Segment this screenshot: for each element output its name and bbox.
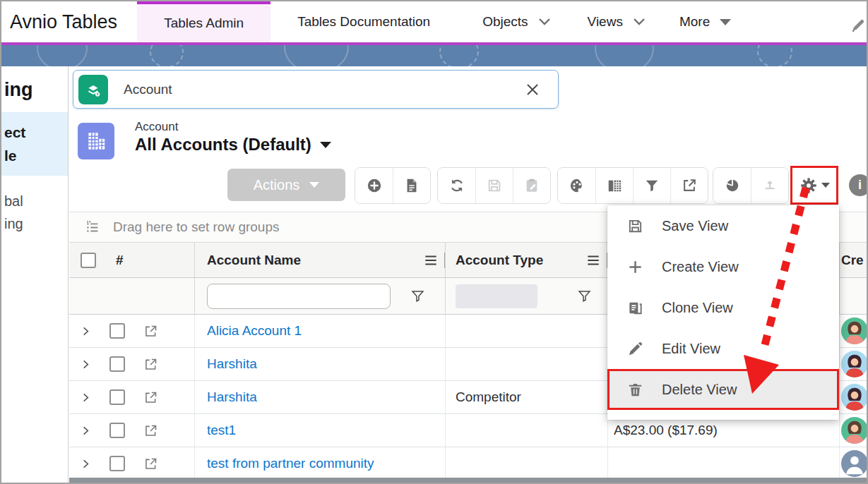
open-external-icon [682,178,697,193]
nav-objects-dropdown[interactable]: Objects [482,1,550,42]
row-checkbox[interactable] [109,323,125,339]
expand-row-icon[interactable] [81,326,91,337]
filter-funnel-icon[interactable] [410,289,425,303]
row-group-hint: Drag here to set row groups [113,219,280,235]
toolbar-group-edit [437,167,551,204]
row-checkbox[interactable] [109,356,125,372]
refresh-button[interactable] [438,168,475,203]
info-icon[interactable]: i [849,174,868,196]
account-name-link[interactable]: test1 [207,423,236,438]
nav-views-dropdown[interactable]: Views [588,1,646,42]
triangle-down-icon [309,182,319,188]
fit-columns-button[interactable] [751,168,788,203]
sidebar-active-line1: ect [4,121,68,144]
row-checkbox[interactable] [109,423,125,438]
expand-row-icon[interactable] [81,425,91,436]
menu-item-label: Save View [662,218,728,234]
expand-row-icon[interactable] [81,459,91,469]
menu-item-label: Create View [662,259,739,275]
column-header-account-name[interactable]: Account Name [207,253,301,268]
expand-row-icon[interactable] [81,392,91,403]
open-record-icon[interactable] [143,324,158,339]
account-object-icon [78,75,108,104]
select-all-checkbox[interactable] [81,253,96,268]
refresh-icon [449,178,465,193]
account-name-link[interactable]: Harshita [207,356,257,372]
toolbar: Actions [69,166,867,205]
delete-view-icon [627,382,643,398]
pie-chart-button[interactable] [713,168,751,203]
filter-icon [644,178,660,193]
column-header-account-type[interactable]: Account Type [456,253,543,268]
theme-banner [1,45,867,66]
column-menu-icon[interactable] [423,253,439,268]
filter-funnel-icon[interactable] [577,289,592,303]
settings-gear-button[interactable] [790,166,838,205]
open-external-button[interactable] [670,168,708,203]
sidebar-item-line2: ing [4,212,68,235]
account-name-link[interactable]: test from partner community [207,456,374,471]
open-record-icon[interactable] [143,390,158,405]
column-header-created-by[interactable]: Cre [841,253,864,268]
account-type-filter-input[interactable] [456,284,537,308]
view-selector[interactable]: All Accounts (Default) [135,135,331,155]
nav-more-dropdown[interactable]: More [679,1,731,42]
filter-button[interactable] [633,168,670,203]
edit-clipboard-button[interactable] [513,168,550,203]
column-menu-icon[interactable] [585,253,601,268]
account-name-filter-input[interactable] [207,284,391,309]
column-resize-handle[interactable] [444,253,445,268]
actions-button[interactable]: Actions [227,169,345,201]
menu-item-delete-view[interactable]: Delete View [607,369,839,410]
column-header-index: # [116,253,124,268]
created-by-avatar [841,351,867,377]
columns-icon [607,178,622,193]
palette-button[interactable] [558,168,595,203]
save-icon [487,178,502,193]
caret-down-icon [821,183,830,188]
horizontal-scrollbar[interactable] [69,478,867,483]
created-by-avatar [841,384,867,411]
row-checkbox[interactable] [109,389,125,405]
left-sidebar: ing ect le bal ing [1,66,69,483]
edit-clipboard-icon [524,178,540,193]
tab-tables-admin[interactable]: Tables Admin [137,1,270,42]
clear-search-icon[interactable] [525,83,540,97]
sidebar-item[interactable]: bal ing [4,190,68,235]
open-record-icon[interactable] [143,357,158,372]
sidebar-item-active[interactable]: ect le [1,112,68,176]
nav-views-label: Views [588,14,623,30]
account-name-link[interactable]: Harshita [207,389,257,405]
fit-columns-icon [762,178,778,193]
add-record-button[interactable] [355,168,393,203]
open-record-icon[interactable] [143,456,158,471]
save-button[interactable] [475,168,513,203]
create-view-icon [627,259,643,275]
created-by-avatar [841,317,867,344]
save-view-icon [627,218,643,234]
object-search-box[interactable]: Account [73,70,559,109]
menu-item-create-view[interactable]: Create View [607,246,839,287]
columns-button[interactable] [595,168,633,203]
open-record-icon[interactable] [143,423,158,438]
new-document-icon [404,178,420,193]
nav-more-label: More [679,14,710,30]
settings-menu: Save View Create View Clone View Edit Vi… [607,205,839,420]
search-value[interactable]: Account [124,82,172,97]
created-by-avatar [841,450,867,477]
tab-tables-documentation[interactable]: Tables Documentation [270,1,457,42]
created-by-avatar [841,417,867,444]
expand-row-icon[interactable] [81,359,91,370]
menu-item-clone-view[interactable]: Clone View [607,287,839,328]
toolbar-group-chart [713,167,789,204]
actions-label: Actions [254,177,300,193]
account-name-link[interactable]: Alicia Account 1 [207,323,302,339]
clone-view-icon [627,300,643,316]
table-row: test from partner community [69,447,867,480]
menu-item-save-view[interactable]: Save View [607,205,839,246]
new-document-button[interactable] [393,168,430,203]
edit-pencil-icon[interactable] [850,18,865,34]
account-type-cell: Competitor [456,389,521,405]
row-checkbox[interactable] [109,456,125,471]
menu-item-edit-view[interactable]: Edit View [607,328,839,369]
